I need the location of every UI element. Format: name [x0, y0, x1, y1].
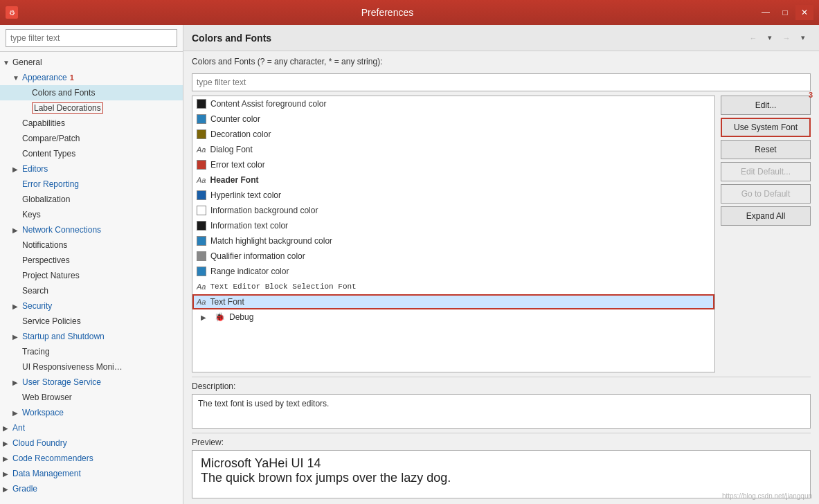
- sidebar-item-label-code-recommenders: Code Recommenders: [12, 453, 93, 463]
- minimize-button[interactable]: —: [757, 5, 775, 20]
- preview-line1: Microsoft YaHei UI 14: [201, 456, 802, 471]
- color-swatch-information-bg-color: [197, 206, 206, 215]
- list-item-error-text-color[interactable]: Error text color: [192, 157, 714, 172]
- sidebar-item-ant[interactable]: ▶Ant: [0, 420, 183, 435]
- edit-button-label: Edit...: [755, 100, 777, 110]
- sidebar-item-compare-patch[interactable]: Compare/Patch: [0, 131, 183, 146]
- sidebar-item-label-ui-responsiveness: UI Responsiveness Moni…: [22, 362, 123, 372]
- sidebar-item-user-storage[interactable]: ▶User Storage Service: [0, 375, 183, 390]
- sidebar-item-appearance[interactable]: ▼Appearance1: [0, 70, 183, 85]
- list-item-information-bg-color[interactable]: Information background color: [192, 203, 714, 218]
- list-item-dialog-font[interactable]: AaDialog Font: [192, 142, 714, 157]
- sidebar-item-code-recommenders[interactable]: ▶Code Recommenders: [0, 451, 183, 466]
- nav-back-button[interactable]: ←: [746, 31, 761, 45]
- reset-label: Reset: [755, 145, 776, 154]
- sidebar-item-content-types[interactable]: Content Types: [0, 146, 183, 161]
- debug-icon: 🐞: [215, 312, 225, 322]
- sidebar-item-keys[interactable]: Keys: [0, 207, 183, 222]
- sidebar-item-security[interactable]: ▶Security: [0, 298, 183, 314]
- sidebar-item-capabilities[interactable]: Capabilities: [0, 116, 183, 131]
- list-item-information-text-color[interactable]: Information text color: [192, 218, 714, 233]
- list-item-decoration-color[interactable]: Decoration color: [192, 127, 714, 142]
- sidebar-item-workspace[interactable]: ▶Workspace: [0, 405, 183, 420]
- sidebar-item-perspectives[interactable]: Perspectives: [0, 253, 183, 268]
- items-list[interactable]: Content Assist foreground colorCounter c…: [192, 96, 714, 372]
- sidebar-item-notifications[interactable]: Notifications: [0, 237, 183, 253]
- debug-arrow: ▶: [201, 314, 210, 321]
- close-button[interactable]: ✕: [795, 5, 813, 20]
- list-item-counter-color[interactable]: Counter color: [192, 111, 714, 127]
- nav-forward-dropdown[interactable]: ▾: [795, 31, 811, 45]
- sidebar-item-project-natures[interactable]: Project Natures: [0, 268, 183, 283]
- go-to-default-button[interactable]: Go to Default: [721, 184, 811, 204]
- list-item-text-font[interactable]: AaText Font: [192, 294, 714, 309]
- page-title: Colors and Fonts: [192, 33, 271, 44]
- color-swatch-match-highlight-bg: [197, 236, 206, 246]
- list-item-qualifier-info-color[interactable]: Qualifier information color: [192, 249, 714, 264]
- list-item-hyperlink-text-color[interactable]: Hyperlink text color: [192, 188, 714, 203]
- list-item-text-editor-block[interactable]: AaText Editor Block Selection Font: [192, 279, 714, 294]
- sidebar-item-network-connections[interactable]: ▶Network Connections: [0, 222, 183, 237]
- tree-container[interactable]: ▼General▼Appearance1Colors and FontsLabe…: [0, 52, 183, 504]
- item-label-decoration-color: Decoration color: [210, 129, 271, 139]
- edit-default-label: Edit Default...: [741, 167, 791, 177]
- color-swatch-hyperlink-text-color: [197, 190, 206, 200]
- sidebar-item-label-cloud-foundry: Cloud Foundry: [12, 438, 67, 448]
- content-filter-input[interactable]: [192, 73, 811, 91]
- sidebar-item-editors[interactable]: ▶Editors: [0, 161, 183, 177]
- tree-arrow-cloud-foundry: ▶: [3, 440, 12, 447]
- color-swatch-counter-color: [197, 114, 206, 124]
- list-item-content-assist-fg[interactable]: Content Assist foreground color: [192, 96, 714, 111]
- sidebar-item-error-reporting[interactable]: Error Reporting: [0, 177, 183, 192]
- sidebar-item-ui-responsiveness[interactable]: UI Responsiveness Moni…: [0, 359, 183, 375]
- reset-button[interactable]: Reset: [721, 140, 811, 159]
- color-swatch-decoration-color: [197, 129, 206, 139]
- sidebar-item-tracing[interactable]: Tracing: [0, 344, 183, 359]
- sidebar-item-label-security: Security: [22, 301, 52, 311]
- sidebar-item-search[interactable]: Search: [0, 283, 183, 298]
- tree-arrow-user-storage: ▶: [12, 379, 22, 386]
- nav-forward-button[interactable]: →: [779, 31, 794, 45]
- tree-filter-input[interactable]: [6, 29, 177, 47]
- item-label-range-indicator-color: Range indicator color: [210, 267, 289, 276]
- use-system-font-label: Use System Font: [734, 123, 798, 132]
- sidebar-item-web-browser[interactable]: Web Browser: [0, 390, 183, 405]
- edit-button[interactable]: Edit... 3: [721, 96, 811, 115]
- sidebar-item-label-globalization: Globalization: [22, 195, 70, 204]
- list-item-debug[interactable]: ▶🐞Debug: [192, 309, 714, 325]
- list-item-range-indicator-color[interactable]: Range indicator color: [192, 264, 714, 279]
- sidebar-item-service-policies[interactable]: Service Policies: [0, 314, 183, 329]
- sidebar-item-label-search: Search: [22, 286, 48, 296]
- sidebar-item-label-error-reporting: Error Reporting: [22, 179, 79, 189]
- sidebar-item-data-management[interactable]: ▶Data Management: [0, 466, 183, 481]
- edit-default-button[interactable]: Edit Default...: [721, 162, 811, 181]
- right-panel: Colors and Fonts ← ▾ → ▾ Colors and Font…: [183, 25, 819, 504]
- sidebar-item-gradle[interactable]: ▶Gradle: [0, 481, 183, 496]
- tree-arrow-startup-shutdown: ▶: [12, 333, 22, 341]
- item-label-qualifier-info-color: Qualifier information color: [210, 251, 305, 261]
- list-item-header-font[interactable]: AaHeader Font: [192, 172, 714, 188]
- color-swatch-information-text-color: [197, 221, 206, 231]
- sidebar-item-label-workspace: Workspace: [22, 408, 64, 417]
- maximize-button[interactable]: □: [776, 5, 794, 20]
- item-label-information-text-color: Information text color: [210, 221, 288, 231]
- sidebar-item-cloud-foundry[interactable]: ▶Cloud Foundry: [0, 435, 183, 451]
- item-label-content-assist-fg: Content Assist foreground color: [210, 99, 326, 109]
- item-label-match-highlight-bg: Match highlight background color: [210, 236, 332, 246]
- sidebar-item-startup-shutdown[interactable]: ▶Startup and Shutdown: [0, 329, 183, 344]
- font-indicator-text-font: Aa: [197, 298, 206, 306]
- sidebar-item-general[interactable]: ▼General: [0, 55, 183, 70]
- item-label-dialog-font: Dialog Font: [210, 145, 252, 154]
- nav-back-dropdown[interactable]: ▾: [762, 31, 777, 45]
- sidebar-item-label-decorations[interactable]: Label Decorations: [0, 100, 183, 116]
- item-label-hyperlink-text-color: Hyperlink text color: [210, 190, 281, 200]
- sidebar-item-globalization[interactable]: Globalization: [0, 192, 183, 207]
- use-system-font-button[interactable]: Use System Font: [721, 118, 811, 137]
- description-section: Description: The text font is used by te…: [192, 377, 811, 429]
- sidebar-item-colors-fonts[interactable]: Colors and Fonts: [0, 85, 183, 100]
- preview-box: Microsoft YaHei UI 14 The quick brown fo…: [192, 450, 811, 498]
- window-title: Preferences: [18, 7, 757, 18]
- list-item-match-highlight-bg[interactable]: Match highlight background color: [192, 233, 714, 249]
- description-text: The text font is used by text editors.: [198, 399, 329, 408]
- expand-all-button[interactable]: Expand All: [721, 206, 811, 226]
